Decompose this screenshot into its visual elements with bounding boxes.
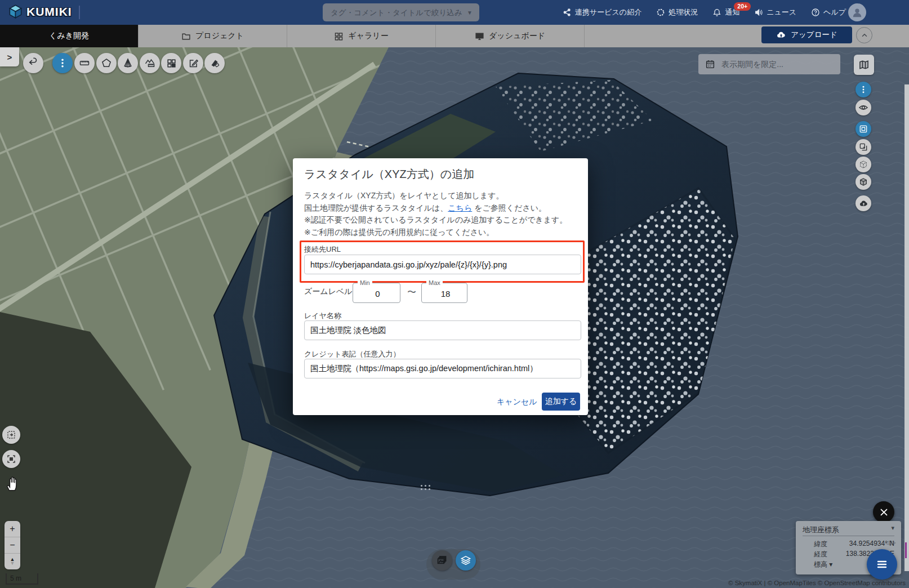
measure-volume-button[interactable]: [118, 53, 138, 73]
marker-pen-icon: [210, 58, 220, 69]
user-avatar[interactable]: [848, 3, 866, 21]
layer-options-button[interactable]: [855, 82, 871, 97]
tab-label: ダッシュボード: [489, 31, 545, 41]
compass-reset-button[interactable]: ▲▼: [5, 554, 20, 569]
desc-line-3: ※認証不要で公開されているラスタタイルのみ追加することができます。: [304, 214, 567, 226]
navbar-links: 連携サービスの紹介 処理状況 通知 20+: [563, 0, 846, 25]
minus-icon: −: [10, 540, 15, 550]
scale-bar: 5 m: [6, 573, 38, 585]
tab-kumiki-dev[interactable]: くみき開発: [0, 25, 139, 47]
compass-icon: ▲▼: [10, 558, 15, 565]
search-input[interactable]: [323, 8, 465, 17]
calendar-icon: [705, 59, 715, 69]
layers-icon: [460, 555, 471, 566]
highlight-marker-button[interactable]: [204, 53, 225, 73]
pentagon-icon: [101, 57, 112, 69]
credit-input[interactable]: [304, 359, 581, 378]
compare-layers-button[interactable]: [855, 139, 871, 155]
dotted-cube-icon: [859, 160, 868, 169]
kumiki-app: KUMIKI ▼ 連携サービスの紹介 処理状況: [0, 0, 909, 588]
panel-expand-button[interactable]: >: [0, 47, 19, 66]
nav-link-news[interactable]: ニュース: [754, 7, 796, 17]
basemap-toggle-button[interactable]: [854, 55, 874, 75]
tab-dashboard[interactable]: ダッシュボード: [436, 25, 585, 47]
zoom-max-input[interactable]: [422, 283, 469, 304]
caret-down-icon[interactable]: ▼: [465, 10, 479, 16]
edit-annotation-button[interactable]: [183, 53, 203, 73]
undo-icon: [28, 57, 39, 69]
tab-gallery[interactable]: ギャラリー: [287, 25, 436, 47]
zoom-min-field: Min: [353, 283, 400, 303]
tag-filter-search[interactable]: ▼: [323, 3, 479, 21]
visibility-button[interactable]: [855, 100, 871, 115]
zoom-min-input[interactable]: [353, 283, 402, 304]
url-label: 接続先URL: [304, 244, 341, 255]
eye-icon: [858, 103, 868, 113]
photo-gallery-button[interactable]: [432, 550, 452, 571]
nav-link-services[interactable]: 連携サービスの紹介: [563, 7, 641, 17]
caret-down-icon[interactable]: ▾: [891, 524, 894, 532]
top-navbar: KUMIKI ▼ 連携サービスの紹介 処理状況: [0, 0, 909, 25]
hand-cursor: [5, 475, 20, 492]
navbar-divider: [79, 6, 80, 19]
kochira-link[interactable]: こちら: [448, 203, 472, 212]
url-input[interactable]: [304, 255, 581, 274]
speaker-icon: [754, 8, 763, 17]
kebab-dots-icon: [859, 85, 868, 94]
menu-button[interactable]: [867, 549, 897, 580]
tab-project[interactable]: プロジェクト: [139, 25, 287, 47]
model-3d-button[interactable]: [855, 174, 871, 190]
date-range-filter[interactable]: [698, 54, 840, 74]
coord-system-label[interactable]: 地理座標系: [803, 525, 839, 535]
layer-name-label: レイヤ名称: [304, 311, 341, 321]
caret-down-icon: ▾: [829, 560, 832, 568]
split-view-button[interactable]: [161, 53, 181, 73]
submit-add-button[interactable]: 追加する: [542, 393, 580, 411]
cloud-upload-data-button[interactable]: [855, 195, 871, 211]
modal-description: ラスタタイル（XYZ方式）をレイヤとして追加します。 国土地理院が提供するラスタ…: [304, 190, 567, 238]
latitude-value: 34.9254934° N: [849, 540, 894, 549]
kebab-dots-icon: [57, 57, 68, 69]
close-icon: [879, 507, 889, 517]
scale-label: 5 m: [10, 574, 21, 582]
divider: [803, 536, 894, 536]
brand-home-link[interactable]: KUMIKI: [8, 4, 72, 19]
elevation-profile-button[interactable]: [140, 53, 160, 73]
kumiki-logo-icon: [8, 4, 23, 19]
cone-icon: [122, 57, 133, 69]
nav-link-notifications[interactable]: 通知 20+: [712, 7, 739, 17]
focus-selection-button[interactable]: [2, 450, 20, 468]
range-separator: 〜: [407, 287, 416, 299]
nav-link-help[interactable]: ヘルプ: [811, 7, 846, 17]
draw-polygon-button[interactable]: [96, 53, 117, 73]
chevron-right-icon: >: [7, 52, 12, 62]
nav-link-label: 処理状況: [669, 7, 698, 17]
bell-icon: [712, 8, 721, 17]
annotation-tools-button[interactable]: [52, 53, 73, 73]
undo-button[interactable]: [23, 53, 43, 73]
pointcloud-button[interactable]: [855, 157, 871, 172]
fit-bounds-button[interactable]: [2, 426, 20, 444]
layers-button[interactable]: [456, 550, 476, 571]
credit-label: クレジット表記（任意入力）: [304, 349, 400, 359]
hamburger-icon: [875, 558, 889, 571]
drag-handle[interactable]: [421, 485, 432, 491]
photos-icon: [436, 555, 448, 566]
measure-distance-button[interactable]: [74, 53, 95, 73]
close-panel-button[interactable]: [873, 501, 894, 523]
date-filter-input[interactable]: [720, 59, 830, 69]
zoom-in-button[interactable]: +: [5, 521, 20, 537]
upload-button[interactable]: アップロード: [761, 26, 852, 43]
zoom-out-button[interactable]: −: [5, 537, 20, 554]
collapse-chevron-button[interactable]: [856, 27, 872, 43]
layer-name-input[interactable]: [304, 320, 581, 340]
elevation-label[interactable]: 標高 ▾: [814, 560, 832, 569]
cancel-button[interactable]: キャンセル: [497, 397, 537, 407]
longitude-label: 経度: [814, 550, 827, 559]
focus-brackets-icon: [6, 454, 16, 464]
upload-button-label: アップロード: [791, 30, 837, 40]
view-2d-button[interactable]: [855, 121, 871, 137]
latitude-label: 緯度: [814, 540, 827, 549]
nav-link-process-status[interactable]: 処理状況: [656, 7, 698, 17]
zoom-control: + − ▲▼: [5, 521, 20, 569]
